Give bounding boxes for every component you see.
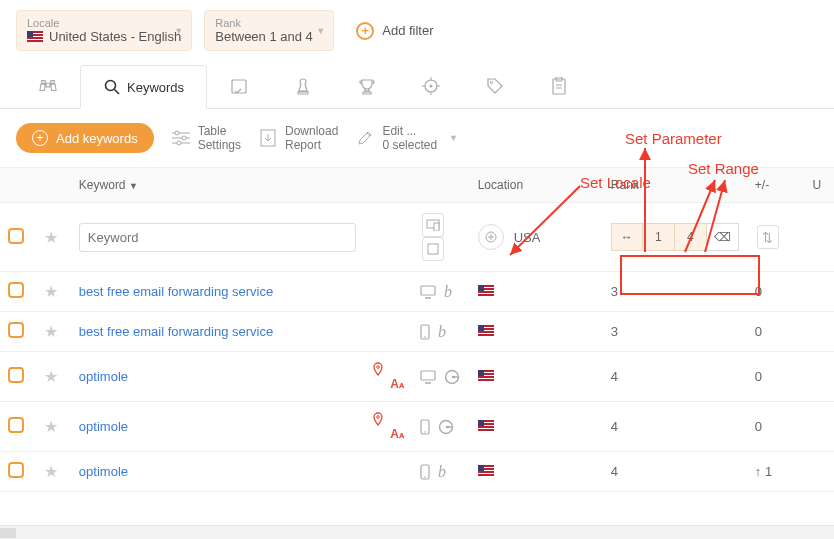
target-icon — [422, 77, 440, 95]
star-icon[interactable]: ★ — [44, 283, 58, 300]
annotation-parameter: Set Parameter — [625, 130, 722, 147]
engine-icon: b — [438, 323, 446, 341]
tab-bar: Keywords — [0, 61, 834, 109]
svg-point-29 — [376, 366, 379, 369]
tab-clipboard[interactable] — [527, 64, 591, 108]
row-checkbox[interactable] — [8, 462, 24, 478]
device-icon — [420, 419, 430, 435]
filter-locale-label: Locale — [27, 17, 181, 29]
delta-value: 0 — [747, 352, 805, 402]
device-icon — [420, 324, 430, 340]
engine-icon: b — [444, 283, 452, 301]
tab-calendar[interactable] — [207, 64, 271, 108]
device-icon — [420, 370, 436, 384]
star-icon[interactable]: ★ — [44, 323, 58, 340]
svg-point-17 — [182, 136, 186, 140]
keyword-link[interactable]: optimole — [79, 419, 128, 434]
tab-trophy[interactable] — [335, 64, 399, 108]
annotation-range-box — [620, 255, 760, 295]
location-filter-value: USA — [514, 230, 541, 245]
trophy-icon — [358, 77, 376, 95]
tab-chess[interactable] — [271, 64, 335, 108]
svg-point-35 — [424, 431, 426, 433]
location-select-icon[interactable] — [478, 224, 504, 250]
add-keywords-label: Add keywords — [56, 131, 138, 146]
pencil-icon — [356, 129, 374, 147]
search-icon — [103, 78, 121, 96]
filter-rank[interactable]: Rank Between 1 and 4 ▼ — [204, 10, 334, 51]
keyword-link[interactable]: optimole — [79, 369, 128, 384]
rank-value: 4 — [603, 402, 747, 452]
svg-point-4 — [430, 85, 433, 88]
range-low[interactable]: 1 — [643, 223, 675, 251]
annotation-range: Set Range — [688, 160, 759, 177]
row-checkbox[interactable] — [8, 417, 24, 433]
svg-point-19 — [177, 141, 181, 145]
device-filter-button[interactable] — [422, 213, 444, 237]
tag-icon — [486, 77, 504, 95]
engine-filter-button[interactable] — [422, 237, 444, 261]
table-settings-button[interactable]: Table Settings — [172, 124, 241, 153]
annotation-locale: Set Locale — [580, 174, 651, 191]
row-checkbox[interactable] — [8, 367, 24, 383]
download-icon — [259, 129, 277, 147]
svg-line-1 — [115, 90, 120, 95]
keyword-filter-input[interactable] — [79, 223, 356, 252]
table-row: ★optimoleAᴀ40 — [0, 402, 834, 452]
sort-down-icon: ▼ — [129, 181, 138, 191]
svg-point-33 — [376, 416, 379, 419]
rank-value: 3 — [603, 312, 747, 352]
horizontal-scrollbar[interactable] — [0, 525, 834, 539]
tab-tag[interactable] — [463, 64, 527, 108]
flag-us-icon — [478, 420, 494, 431]
keyword-link[interactable]: optimole — [79, 464, 128, 479]
sliders-icon — [172, 129, 190, 147]
row-checkbox[interactable] — [8, 322, 24, 338]
table-row: ★best free email forwarding serviceb30 — [0, 312, 834, 352]
chevron-down-icon: ▼ — [174, 26, 183, 36]
svg-point-38 — [424, 476, 426, 478]
edit-selected-button[interactable]: Edit ... 0 selected ▼ — [356, 124, 458, 153]
device-icon — [420, 285, 436, 299]
tab-binoculars[interactable] — [16, 64, 80, 108]
delta-value: 0 — [747, 312, 805, 352]
flag-us-icon — [27, 31, 43, 42]
header-keyword[interactable]: Keyword ▼ — [71, 168, 364, 203]
svg-point-15 — [175, 131, 179, 135]
star-icon[interactable]: ★ — [44, 368, 58, 385]
rank-value: 4 — [603, 352, 747, 402]
flag-us-icon — [478, 285, 494, 296]
filter-locale-value: United States - English — [27, 29, 181, 44]
tab-target[interactable] — [399, 64, 463, 108]
table-row: ★optimoleb4↑ 1 — [0, 452, 834, 492]
keyword-link[interactable]: best free email forwarding service — [79, 324, 273, 339]
calendar-check-icon — [230, 77, 248, 95]
select-all-checkbox[interactable] — [8, 228, 24, 244]
text-icon: Aᴀ — [390, 377, 404, 391]
add-keywords-button[interactable]: + Add keywords — [16, 123, 154, 153]
tab-keywords[interactable]: Keywords — [80, 65, 207, 109]
device-icon — [420, 464, 430, 480]
row-checkbox[interactable] — [8, 282, 24, 298]
add-filter-label: Add filter — [382, 23, 433, 38]
rank-range-filter[interactable]: ↔ 1 4 ⌫ — [611, 223, 739, 251]
engine-icon — [444, 369, 460, 385]
range-clear-icon[interactable]: ⌫ — [707, 223, 739, 251]
flag-us-icon — [478, 465, 494, 476]
star-filter-icon[interactable]: ★ — [44, 229, 58, 246]
filter-rank-label: Rank — [215, 17, 323, 29]
range-high[interactable]: 4 — [675, 223, 707, 251]
svg-point-0 — [106, 81, 116, 91]
header-last[interactable]: U — [805, 168, 834, 203]
star-icon[interactable]: ★ — [44, 463, 58, 480]
add-filter-button[interactable]: + Add filter — [346, 16, 443, 46]
svg-rect-22 — [434, 223, 439, 231]
download-report-button[interactable]: Download Report — [259, 124, 338, 153]
tab-keywords-label: Keywords — [127, 80, 184, 95]
keyword-link[interactable]: best free email forwarding service — [79, 284, 273, 299]
filter-locale[interactable]: Locale United States - English ▼ — [16, 10, 192, 51]
filter-rank-value: Between 1 and 4 — [215, 29, 323, 44]
star-icon[interactable]: ★ — [44, 418, 58, 435]
binoculars-icon — [39, 77, 57, 95]
delta-sort-button[interactable]: ⇅ — [757, 225, 779, 249]
